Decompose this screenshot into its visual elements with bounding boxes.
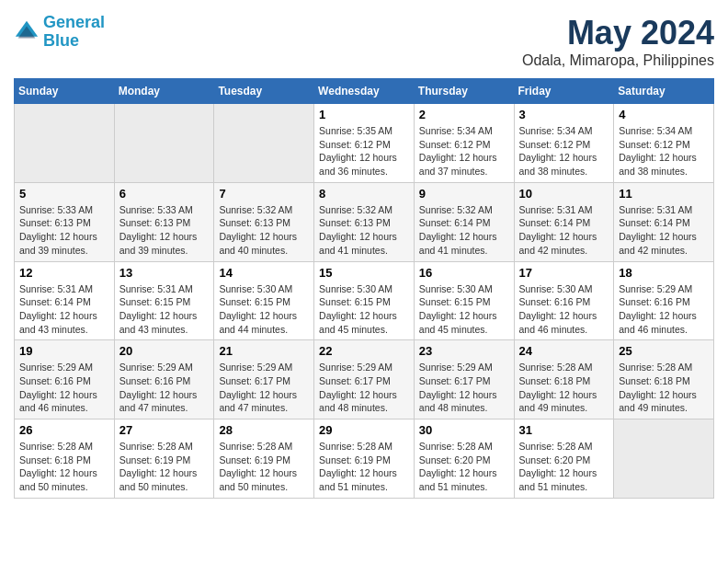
day-info: Sunrise: 5:28 AM Sunset: 6:19 PM Dayligh… <box>219 440 309 494</box>
day-info: Sunrise: 5:34 AM Sunset: 6:12 PM Dayligh… <box>419 124 509 178</box>
day-info: Sunrise: 5:34 AM Sunset: 6:12 PM Dayligh… <box>619 124 709 178</box>
day-info: Sunrise: 5:29 AM Sunset: 6:16 PM Dayligh… <box>19 361 109 415</box>
day-info: Sunrise: 5:30 AM Sunset: 6:15 PM Dayligh… <box>419 282 509 337</box>
day-header-monday: Monday <box>114 79 214 104</box>
calendar-cell: 20Sunrise: 5:29 AM Sunset: 6:16 PM Dayli… <box>114 340 214 419</box>
day-info: Sunrise: 5:29 AM Sunset: 6:17 PM Dayligh… <box>219 361 309 415</box>
day-info: Sunrise: 5:28 AM Sunset: 6:18 PM Dayligh… <box>519 361 609 415</box>
calendar-header-row: SundayMondayTuesdayWednesdayThursdayFrid… <box>15 79 714 104</box>
day-number: 31 <box>519 423 609 437</box>
calendar-cell: 12Sunrise: 5:31 AM Sunset: 6:14 PM Dayli… <box>15 261 115 340</box>
calendar-cell: 5Sunrise: 5:33 AM Sunset: 6:13 PM Daylig… <box>15 182 115 261</box>
day-info: Sunrise: 5:28 AM Sunset: 6:20 PM Dayligh… <box>519 440 609 494</box>
day-number: 20 <box>119 344 210 358</box>
day-info: Sunrise: 5:29 AM Sunset: 6:17 PM Dayligh… <box>419 361 509 415</box>
calendar-cell: 23Sunrise: 5:29 AM Sunset: 6:17 PM Dayli… <box>414 340 514 419</box>
week-row-1: 1Sunrise: 5:35 AM Sunset: 6:12 PM Daylig… <box>15 104 714 183</box>
day-info: Sunrise: 5:32 AM Sunset: 6:13 PM Dayligh… <box>219 203 309 258</box>
day-info: Sunrise: 5:28 AM Sunset: 6:18 PM Dayligh… <box>19 440 109 494</box>
day-info: Sunrise: 5:31 AM Sunset: 6:14 PM Dayligh… <box>19 282 109 337</box>
title-block: May 2024 Odala, Mimaropa, Philippines <box>522 14 714 69</box>
calendar-cell <box>614 419 714 499</box>
day-info: Sunrise: 5:32 AM Sunset: 6:14 PM Dayligh… <box>419 203 509 258</box>
day-number: 6 <box>119 187 210 201</box>
calendar-cell: 27Sunrise: 5:28 AM Sunset: 6:19 PM Dayli… <box>114 419 214 499</box>
calendar-cell: 29Sunrise: 5:28 AM Sunset: 6:19 PM Dayli… <box>314 419 415 499</box>
week-row-2: 5Sunrise: 5:33 AM Sunset: 6:13 PM Daylig… <box>15 182 714 261</box>
calendar-cell: 7Sunrise: 5:32 AM Sunset: 6:13 PM Daylig… <box>214 182 314 261</box>
day-info: Sunrise: 5:29 AM Sunset: 6:17 PM Dayligh… <box>319 361 409 415</box>
calendar-cell: 19Sunrise: 5:29 AM Sunset: 6:16 PM Dayli… <box>15 340 115 419</box>
day-number: 27 <box>119 423 210 437</box>
calendar-cell: 30Sunrise: 5:28 AM Sunset: 6:20 PM Dayli… <box>414 419 514 499</box>
calendar-cell: 3Sunrise: 5:34 AM Sunset: 6:12 PM Daylig… <box>514 104 614 183</box>
day-info: Sunrise: 5:33 AM Sunset: 6:13 PM Dayligh… <box>19 203 109 258</box>
day-number: 29 <box>319 423 409 437</box>
day-info: Sunrise: 5:35 AM Sunset: 6:12 PM Dayligh… <box>319 124 409 178</box>
calendar-cell: 26Sunrise: 5:28 AM Sunset: 6:18 PM Dayli… <box>15 419 115 499</box>
day-header-wednesday: Wednesday <box>314 79 415 104</box>
day-header-saturday: Saturday <box>614 79 714 104</box>
week-row-3: 12Sunrise: 5:31 AM Sunset: 6:14 PM Dayli… <box>15 261 714 340</box>
calendar-cell: 11Sunrise: 5:31 AM Sunset: 6:14 PM Dayli… <box>614 182 714 261</box>
day-number: 19 <box>19 344 109 358</box>
day-number: 7 <box>219 187 309 201</box>
day-number: 14 <box>219 266 309 280</box>
calendar-cell <box>15 104 115 183</box>
day-info: Sunrise: 5:29 AM Sunset: 6:16 PM Dayligh… <box>119 361 210 415</box>
day-number: 1 <box>319 108 409 121</box>
day-info: Sunrise: 5:28 AM Sunset: 6:20 PM Dayligh… <box>419 440 509 494</box>
calendar-cell: 24Sunrise: 5:28 AM Sunset: 6:18 PM Dayli… <box>514 340 614 419</box>
day-info: Sunrise: 5:29 AM Sunset: 6:16 PM Dayligh… <box>619 282 709 337</box>
calendar-cell: 28Sunrise: 5:28 AM Sunset: 6:19 PM Dayli… <box>214 419 314 499</box>
day-header-friday: Friday <box>514 79 614 104</box>
logo-icon <box>14 19 40 45</box>
calendar-cell: 17Sunrise: 5:30 AM Sunset: 6:16 PM Dayli… <box>514 261 614 340</box>
day-number: 2 <box>419 108 509 121</box>
day-number: 24 <box>519 344 609 358</box>
day-number: 12 <box>19 266 109 280</box>
day-info: Sunrise: 5:31 AM Sunset: 6:15 PM Dayligh… <box>119 282 210 337</box>
main-title: May 2024 <box>522 14 714 52</box>
calendar-cell: 6Sunrise: 5:33 AM Sunset: 6:13 PM Daylig… <box>114 182 214 261</box>
calendar-cell: 18Sunrise: 5:29 AM Sunset: 6:16 PM Dayli… <box>614 261 714 340</box>
day-info: Sunrise: 5:28 AM Sunset: 6:19 PM Dayligh… <box>119 440 210 494</box>
day-info: Sunrise: 5:30 AM Sunset: 6:15 PM Dayligh… <box>319 282 409 337</box>
week-row-5: 26Sunrise: 5:28 AM Sunset: 6:18 PM Dayli… <box>15 419 714 499</box>
calendar-cell: 16Sunrise: 5:30 AM Sunset: 6:15 PM Dayli… <box>414 261 514 340</box>
day-header-sunday: Sunday <box>15 79 115 104</box>
day-info: Sunrise: 5:28 AM Sunset: 6:18 PM Dayligh… <box>619 361 709 415</box>
logo: General Blue <box>14 14 105 51</box>
day-header-thursday: Thursday <box>414 79 514 104</box>
subtitle: Odala, Mimaropa, Philippines <box>522 52 714 69</box>
calendar-cell: 1Sunrise: 5:35 AM Sunset: 6:12 PM Daylig… <box>314 104 415 183</box>
calendar-cell: 22Sunrise: 5:29 AM Sunset: 6:17 PM Dayli… <box>314 340 415 419</box>
day-info: Sunrise: 5:30 AM Sunset: 6:15 PM Dayligh… <box>219 282 309 337</box>
day-info: Sunrise: 5:31 AM Sunset: 6:14 PM Dayligh… <box>519 203 609 258</box>
calendar-cell: 25Sunrise: 5:28 AM Sunset: 6:18 PM Dayli… <box>614 340 714 419</box>
calendar-cell <box>114 104 214 183</box>
day-number: 23 <box>419 344 509 358</box>
day-number: 15 <box>319 266 409 280</box>
day-number: 26 <box>19 423 109 437</box>
calendar-cell: 8Sunrise: 5:32 AM Sunset: 6:13 PM Daylig… <box>314 182 415 261</box>
day-info: Sunrise: 5:31 AM Sunset: 6:14 PM Dayligh… <box>619 203 709 258</box>
day-info: Sunrise: 5:28 AM Sunset: 6:19 PM Dayligh… <box>319 440 409 494</box>
logo-text: General Blue <box>43 14 105 51</box>
calendar-cell <box>214 104 314 183</box>
day-header-tuesday: Tuesday <box>214 79 314 104</box>
day-number: 8 <box>319 187 409 201</box>
day-number: 4 <box>619 108 709 121</box>
day-number: 25 <box>619 344 709 358</box>
day-number: 13 <box>119 266 210 280</box>
calendar-table: SundayMondayTuesdayWednesdayThursdayFrid… <box>14 78 714 499</box>
calendar-cell: 10Sunrise: 5:31 AM Sunset: 6:14 PM Dayli… <box>514 182 614 261</box>
day-number: 30 <box>419 423 509 437</box>
calendar-cell: 2Sunrise: 5:34 AM Sunset: 6:12 PM Daylig… <box>414 104 514 183</box>
day-number: 3 <box>519 108 609 121</box>
calendar-cell: 9Sunrise: 5:32 AM Sunset: 6:14 PM Daylig… <box>414 182 514 261</box>
day-info: Sunrise: 5:34 AM Sunset: 6:12 PM Dayligh… <box>519 124 609 178</box>
calendar-cell: 21Sunrise: 5:29 AM Sunset: 6:17 PM Dayli… <box>214 340 314 419</box>
page-header: General Blue May 2024 Odala, Mimaropa, P… <box>14 14 714 69</box>
day-number: 17 <box>519 266 609 280</box>
